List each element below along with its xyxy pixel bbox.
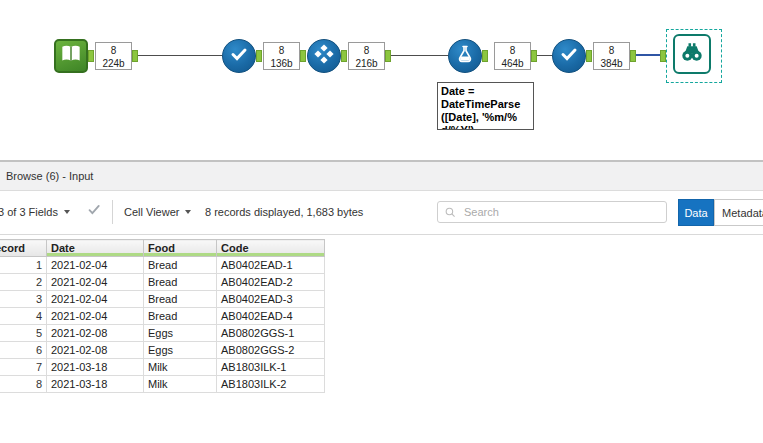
output-anchor[interactable] <box>482 50 488 62</box>
annotation-box[interactable]: 8 136b <box>263 42 300 70</box>
annotation-bytes: 216b <box>349 57 384 70</box>
table-cell[interactable]: 2021-03-18 <box>47 359 144 376</box>
annotation-box[interactable]: 8 464b <box>494 42 531 70</box>
cell-viewer-label: Cell Viewer <box>124 206 179 218</box>
table-cell[interactable]: Bread <box>144 291 217 308</box>
annotation-box[interactable]: 8 384b <box>593 42 630 70</box>
annotation-box[interactable]: 8 224b <box>95 42 132 70</box>
table-cell[interactable]: Bread <box>144 257 217 274</box>
table-row: 22021-02-04BreadAB0402EAD-2 <box>0 274 325 291</box>
table-cell[interactable]: AB0802GGS-1 <box>217 325 325 342</box>
annotation-records: 8 <box>594 44 629 57</box>
connection-wire[interactable] <box>391 55 448 56</box>
table-cell[interactable]: Bread <box>144 274 217 291</box>
table-row: 32021-02-04BreadAB0402EAD-3 <box>0 291 325 308</box>
output-anchor[interactable] <box>586 50 592 62</box>
column-header-food[interactable]: Food <box>144 240 217 257</box>
table-row: 52021-02-08EggsAB0802GGS-1 <box>0 325 325 342</box>
output-anchor[interactable] <box>531 50 537 62</box>
output-anchor[interactable] <box>630 50 636 62</box>
results-toolbar: 3 of 3 Fields Cell Viewer 8 records disp… <box>0 191 763 235</box>
table-cell[interactable]: Bread <box>144 308 217 325</box>
table-cell[interactable]: 2021-03-18 <box>47 376 144 393</box>
table-cell[interactable]: 2021-02-04 <box>47 291 144 308</box>
metadata-tab-button[interactable]: Metadata <box>714 199 763 226</box>
table-cell[interactable]: 7 <box>0 359 47 376</box>
column-header-date[interactable]: Date <box>47 240 144 257</box>
apply-check-button[interactable] <box>86 201 103 219</box>
table-cell[interactable]: 2021-02-04 <box>47 308 144 325</box>
chevron-down-icon <box>64 210 70 214</box>
table-cell[interactable]: Milk <box>144 359 217 376</box>
browse-tool[interactable] <box>673 34 711 74</box>
toolbar-separator <box>112 200 113 224</box>
table-cell[interactable]: AB1803ILK-2 <box>217 376 325 393</box>
flask-icon <box>453 42 477 70</box>
checkmark-tool-2[interactable] <box>552 39 586 73</box>
formula-annotation-tooltip[interactable]: Date = DateTimeParse ([Date], '%m/% d/%Y… <box>437 82 534 130</box>
output-anchor[interactable] <box>88 50 94 62</box>
binoculars-icon <box>678 38 706 70</box>
table-row: 42021-02-04BreadAB0402EAD-4 <box>0 308 325 325</box>
annotation-records: 8 <box>495 44 530 57</box>
table-row: 12021-02-04BreadAB0402EAD-1 <box>0 257 325 274</box>
checkmark-icon <box>227 42 251 70</box>
table-cell[interactable]: AB0402EAD-4 <box>217 308 325 325</box>
table-cell[interactable]: AB1803ILK-1 <box>217 359 325 376</box>
results-panel: Browse (6) - Input 3 of 3 Fields Cell Vi… <box>0 160 763 443</box>
workflow-canvas[interactable]: 8 224b 8 136b 8 216b <box>0 0 763 160</box>
diamond-tool[interactable] <box>307 39 341 73</box>
results-panel-title: Browse (6) - Input <box>0 162 763 191</box>
formula-tool[interactable] <box>448 39 482 73</box>
table-row: 72021-03-18MilkAB1803ILK-1 <box>0 359 325 376</box>
records-summary: 8 records displayed, 1,683 bytes <box>205 203 363 221</box>
table-cell[interactable]: AB0402EAD-2 <box>217 274 325 291</box>
annotation-records: 8 <box>264 44 299 57</box>
annotation-bytes: 464b <box>495 57 530 70</box>
output-anchor[interactable] <box>300 50 306 62</box>
table-cell[interactable]: 2021-02-04 <box>47 257 144 274</box>
table-cell[interactable]: 1 <box>0 257 47 274</box>
output-anchor[interactable] <box>132 50 138 62</box>
annotation-box[interactable]: 8 216b <box>348 42 385 70</box>
check-icon <box>86 201 103 220</box>
table-cell[interactable]: 5 <box>0 325 47 342</box>
table-row: 62021-02-08EggsAB0802GGS-2 <box>0 342 325 359</box>
table-cell[interactable]: 2 <box>0 274 47 291</box>
annotation-bytes: 384b <box>594 57 629 70</box>
fields-dropdown[interactable]: 3 of 3 Fields <box>0 203 70 221</box>
table-cell[interactable]: 4 <box>0 308 47 325</box>
table-cell[interactable]: Milk <box>144 376 217 393</box>
table-cell[interactable]: 6 <box>0 342 47 359</box>
column-header-record[interactable]: Record <box>0 240 47 257</box>
table-cell[interactable]: AB0802GGS-2 <box>217 342 325 359</box>
browse-data-table: RecordDateFoodCode 12021-02-04BreadAB040… <box>0 239 325 393</box>
selected-connection-wire[interactable] <box>636 54 662 56</box>
search-input[interactable] <box>462 205 660 219</box>
output-anchor[interactable] <box>341 50 347 62</box>
table-cell[interactable]: Eggs <box>144 342 217 359</box>
table-cell[interactable]: 2021-02-08 <box>47 325 144 342</box>
output-anchor[interactable] <box>256 50 262 62</box>
annotation-records: 8 <box>349 44 384 57</box>
table-cell[interactable]: Eggs <box>144 325 217 342</box>
chevron-down-icon <box>185 210 191 214</box>
annotation-bytes: 136b <box>264 57 299 70</box>
cell-viewer-dropdown[interactable]: Cell Viewer <box>124 203 191 221</box>
table-cell[interactable]: 2021-02-08 <box>47 342 144 359</box>
table-cell[interactable]: 2021-02-04 <box>47 274 144 291</box>
table-cell[interactable]: 8 <box>0 376 47 393</box>
search-box[interactable] <box>437 201 667 223</box>
table-cell[interactable]: AB0402EAD-3 <box>217 291 325 308</box>
connection-wire[interactable] <box>537 55 552 56</box>
input-data-tool[interactable] <box>54 39 88 73</box>
checkmark-tool-1[interactable] <box>222 39 256 73</box>
table-cell[interactable]: 3 <box>0 291 47 308</box>
checkmark-icon <box>557 42 581 70</box>
table-cell[interactable]: AB0402EAD-1 <box>217 257 325 274</box>
data-tab-button[interactable]: Data <box>678 199 714 226</box>
column-header-code[interactable]: Code <box>217 240 325 257</box>
connection-wire[interactable] <box>138 55 222 56</box>
fields-dropdown-label: 3 of 3 Fields <box>0 206 58 218</box>
output-anchor[interactable] <box>385 50 391 62</box>
